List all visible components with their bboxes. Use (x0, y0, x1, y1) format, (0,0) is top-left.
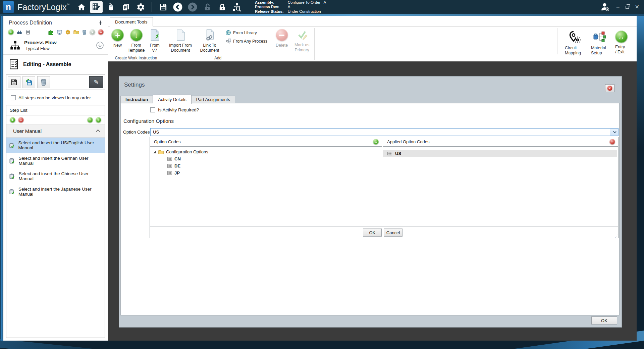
minimize-button[interactable]: – (616, 4, 620, 10)
tree-node-configuration-options[interactable]: Configuration Options (150, 148, 382, 155)
from-v7-button[interactable]: From V7 (147, 27, 163, 56)
settings-dialog: Settings ✕ Instruction Activity Details … (119, 77, 622, 327)
window-border-right (637, 14, 644, 349)
option-codes-panel-title: Option Codes (154, 139, 181, 144)
tab-instruction[interactable]: Instruction (120, 96, 153, 103)
any-order-checkbox-row[interactable]: All steps can be viewed in any order (11, 95, 105, 100)
option-codes-label: Option Codes: (123, 130, 151, 135)
plus-icon: + (111, 29, 124, 41)
tree-node-label: CN (174, 156, 181, 161)
ribbon: Document Tools + New ↓ From Template (108, 16, 637, 61)
entry-exit-button[interactable]: ↔ Entry / Exit (612, 27, 631, 56)
from-library-button[interactable]: From Library (225, 30, 267, 36)
save-step-button[interactable] (8, 76, 20, 88)
edit-mode-button[interactable]: ✎ (89, 76, 103, 88)
user-logout-icon[interactable] (600, 2, 610, 12)
back-button[interactable] (171, 1, 184, 13)
step-item[interactable]: Select and insert the Chinese User Manua… (6, 168, 105, 184)
remove-option-button[interactable] (609, 139, 615, 145)
forward-icon (187, 2, 198, 12)
material-setup-button[interactable]: Material Setup (588, 27, 612, 56)
restore-button[interactable] (626, 6, 629, 9)
print-icon[interactable] (25, 30, 31, 35)
titlebar-right: – ✕ (600, 0, 639, 14)
step-group-header[interactable]: User Manual (6, 125, 105, 138)
tree-node-option[interactable]: CN (150, 155, 382, 162)
forward-button[interactable] (186, 1, 199, 13)
workspace: Settings ✕ Instruction Activity Details … (108, 61, 637, 341)
expand-down-icon[interactable] (96, 42, 104, 49)
titlebar-divider (248, 2, 248, 12)
any-order-checkbox[interactable] (11, 95, 16, 100)
lock-button[interactable] (216, 1, 228, 13)
apply-option-button[interactable]: → (373, 139, 379, 145)
circuit-mapping-button[interactable]: Circuit Mapping (561, 27, 588, 56)
ok-button[interactable]: OK (363, 229, 382, 237)
tab-document-tools[interactable]: Document Tools (110, 17, 153, 27)
remove-step-button[interactable] (18, 117, 24, 123)
expander-icon[interactable] (153, 151, 156, 153)
new-document-button[interactable]: + New (109, 27, 126, 56)
settings-button[interactable] (134, 1, 147, 13)
folder-sync-icon[interactable] (73, 30, 79, 35)
combo-dropdown-button[interactable] (610, 129, 618, 136)
add-step-button[interactable]: + (10, 117, 15, 123)
delete-button[interactable]: Delete (273, 27, 290, 56)
move-step-up-button[interactable]: ↑ (87, 117, 93, 123)
trash-icon[interactable] (82, 30, 87, 35)
step-list-controls: + ↑ ↓ (6, 115, 105, 125)
option-codes-input[interactable] (151, 129, 610, 136)
add-process-button[interactable]: + (8, 29, 14, 35)
import-from-document-button[interactable]: Import From Document (165, 27, 196, 56)
from-any-process-button[interactable]: From Any Process (225, 38, 267, 44)
puzzle-icon[interactable] (48, 30, 54, 35)
flowchart-search-icon (232, 3, 241, 12)
option-codes-combo[interactable] (150, 128, 619, 136)
ribbon-group-add: Import From Document (165, 27, 271, 61)
dialog-close-button[interactable]: ✕ (605, 84, 614, 92)
release-status-value: Under Construction (288, 9, 326, 14)
applied-option-item[interactable]: US (383, 150, 617, 157)
activity-required-row[interactable]: Is Activity Required? (150, 107, 199, 112)
option-codes-footer: OK Cancel ⋰ (150, 227, 618, 238)
mark-as-primary-button[interactable]: Mark as Primary (290, 27, 313, 56)
presentation-icon[interactable] (57, 30, 62, 35)
process-definition-button[interactable] (90, 1, 103, 13)
search-binoculars-icon[interactable] (16, 30, 22, 35)
step-clipboard-icon (9, 173, 15, 179)
step-list-title: Step List (6, 105, 105, 115)
from-template-button[interactable]: ↓ From Template (126, 27, 147, 56)
remove-process-button[interactable] (98, 29, 104, 35)
tree-node-option[interactable]: JP (150, 169, 382, 177)
tab-activity-details[interactable]: Activity Details (153, 95, 192, 104)
move-step-down-button[interactable]: ↓ (96, 117, 101, 123)
tree-node-option[interactable]: DE (150, 162, 382, 169)
gear-yellow-icon[interactable] (65, 30, 71, 35)
step-item[interactable]: Select and insert the Japanese User Manu… (6, 184, 105, 199)
unlock-button[interactable] (201, 1, 214, 13)
save-button[interactable] (157, 1, 169, 13)
resize-grip[interactable]: ⋰ (615, 234, 618, 238)
import-step-button[interactable] (22, 76, 35, 88)
pin-icon[interactable] (98, 20, 103, 26)
documents-button[interactable] (119, 1, 132, 13)
material-receiving-button[interactable] (105, 1, 117, 13)
link-to-document-button[interactable]: Link To Document (196, 27, 223, 56)
editing-toolbar: ✎ (6, 74, 105, 90)
activity-required-checkbox[interactable] (150, 107, 155, 112)
delete-step-button[interactable] (37, 76, 50, 88)
step-item[interactable]: Select and insert the German User Manual (6, 153, 105, 168)
app-name: FactoryLogix ™ (17, 2, 70, 12)
cancel-button[interactable]: Cancel (384, 229, 402, 237)
save-import-icon (25, 79, 33, 86)
tab-part-assignments[interactable]: Part Assignments (192, 96, 235, 103)
process-flow-row[interactable]: Process Flow Typical Flow (3, 37, 108, 54)
home-button[interactable] (75, 1, 88, 13)
process-search-button[interactable] (230, 1, 243, 13)
close-button[interactable]: ✕ (635, 4, 639, 10)
minus-icon (276, 29, 288, 41)
release-status-label: Release Status: (255, 9, 284, 14)
step-item[interactable]: Select and insert the US/English User Ma… (6, 138, 105, 153)
dialog-ok-button[interactable]: OK (591, 316, 617, 325)
inactive-circle-button[interactable] (90, 29, 95, 35)
